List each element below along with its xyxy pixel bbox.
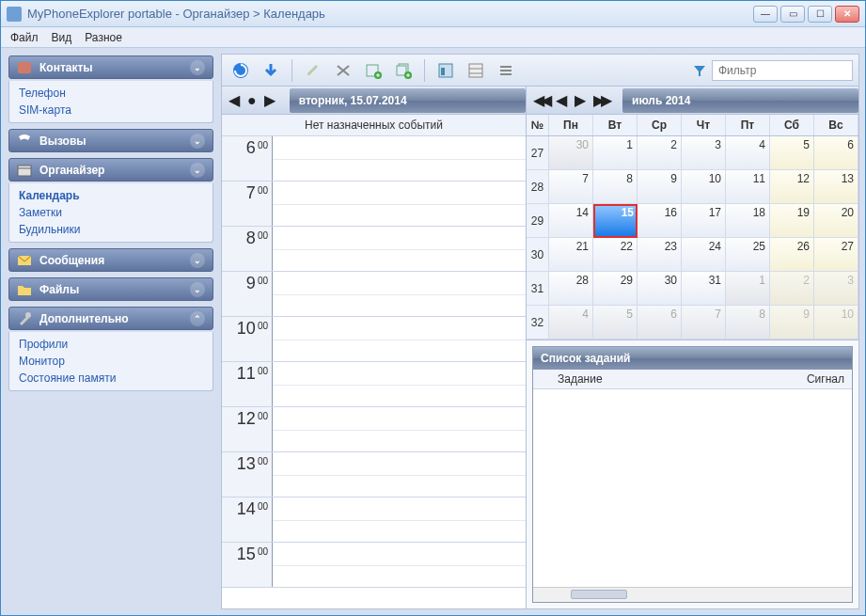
scrollbar-thumb[interactable] bbox=[571, 590, 627, 599]
calendar-day[interactable]: 4 bbox=[726, 136, 770, 170]
view-list-button[interactable] bbox=[493, 57, 519, 84]
hour-row[interactable]: 1100 bbox=[222, 362, 526, 407]
sidebar-item-alarms[interactable]: Будильники bbox=[19, 223, 203, 236]
delete-button[interactable] bbox=[330, 57, 356, 84]
calendar-day[interactable]: 17 bbox=[682, 204, 726, 238]
tasks-col-status[interactable] bbox=[533, 370, 550, 388]
calendar-day[interactable]: 3 bbox=[682, 136, 726, 170]
calendar-day[interactable]: 6 bbox=[638, 306, 682, 340]
calendar-day[interactable]: 10 bbox=[682, 170, 726, 204]
refresh-button[interactable] bbox=[228, 57, 254, 84]
menu-file[interactable]: Файл bbox=[10, 31, 39, 44]
calendar-day[interactable]: 8 bbox=[593, 170, 638, 204]
calendar-day[interactable]: 29 bbox=[593, 272, 638, 306]
sidebar-header-calls[interactable]: Вызовы ⌄ bbox=[8, 129, 213, 152]
menu-view[interactable]: Вид bbox=[52, 31, 72, 44]
calendar-day[interactable]: 4 bbox=[549, 306, 593, 340]
calendar-day-today[interactable]: 15 bbox=[593, 204, 638, 238]
hour-grid[interactable]: 600700800900100011001200130014001500 bbox=[222, 136, 526, 608]
sidebar-item-notes[interactable]: Заметки bbox=[19, 206, 203, 219]
hour-cell[interactable] bbox=[273, 452, 526, 497]
calendar-day[interactable]: 25 bbox=[726, 238, 770, 272]
sidebar-header-organizer[interactable]: Органайзер ⌄ bbox=[8, 158, 213, 182]
prev-day-button[interactable]: ◀ bbox=[226, 91, 243, 109]
sidebar-header-messages[interactable]: Сообщения ⌄ bbox=[8, 248, 213, 272]
calendar-day[interactable]: 6 bbox=[814, 136, 858, 170]
next-year-button[interactable]: ▶▶ bbox=[590, 91, 611, 109]
calendar-day[interactable]: 7 bbox=[549, 170, 593, 204]
calendar-day[interactable]: 9 bbox=[638, 170, 682, 204]
tasks-col-alarm[interactable]: Сигнал bbox=[786, 370, 852, 388]
calendar-day[interactable]: 5 bbox=[593, 306, 638, 340]
calendar-day[interactable]: 30 bbox=[549, 136, 593, 170]
tasks-body[interactable] bbox=[533, 389, 852, 587]
next-month-button[interactable]: ▶ bbox=[572, 91, 589, 109]
minimize-button[interactable]: — bbox=[753, 6, 778, 23]
hour-row[interactable]: 1000 bbox=[222, 317, 526, 362]
add-event-button[interactable] bbox=[360, 57, 386, 84]
hour-cell[interactable] bbox=[273, 407, 526, 451]
tasks-col-task[interactable]: Задание bbox=[550, 370, 786, 388]
sidebar-item-calendar[interactable]: Календарь bbox=[19, 189, 203, 202]
sidebar-header-files[interactable]: Файлы ⌄ bbox=[8, 277, 213, 301]
hour-row[interactable]: 600 bbox=[222, 136, 526, 182]
hour-row[interactable]: 1500 bbox=[222, 543, 526, 588]
today-button[interactable]: ● bbox=[244, 92, 260, 109]
edit-button[interactable] bbox=[300, 57, 326, 84]
sidebar-item-monitor[interactable]: Монитор bbox=[19, 355, 203, 368]
calendar-day[interactable]: 23 bbox=[638, 238, 682, 272]
hour-cell[interactable] bbox=[273, 227, 526, 271]
add-multi-button[interactable] bbox=[390, 57, 417, 84]
calendar-day[interactable]: 20 bbox=[814, 204, 858, 238]
prev-year-button[interactable]: ◀◀ bbox=[530, 91, 551, 109]
calendar-day[interactable]: 2 bbox=[770, 272, 814, 306]
tasks-horizontal-scrollbar[interactable] bbox=[533, 587, 852, 602]
hour-row[interactable]: 900 bbox=[222, 272, 526, 317]
sidebar-item-phone[interactable]: Телефон bbox=[19, 87, 203, 100]
calendar-day[interactable]: 2 bbox=[638, 136, 682, 170]
hour-cell[interactable] bbox=[273, 317, 526, 361]
calendar-day[interactable]: 26 bbox=[770, 238, 814, 272]
next-day-button[interactable]: ▶ bbox=[261, 91, 278, 109]
calendar-day[interactable]: 9 bbox=[770, 306, 814, 340]
calendar-day[interactable]: 8 bbox=[726, 306, 770, 340]
calendar-day[interactable]: 18 bbox=[726, 204, 770, 238]
calendar-day[interactable]: 12 bbox=[770, 170, 814, 204]
hour-cell[interactable] bbox=[273, 182, 526, 226]
maximize-button[interactable]: ☐ bbox=[808, 6, 832, 23]
hour-cell[interactable] bbox=[273, 543, 526, 587]
hour-cell[interactable] bbox=[273, 498, 526, 542]
calendar-day[interactable]: 13 bbox=[814, 170, 858, 204]
calendar-day[interactable]: 27 bbox=[814, 238, 858, 272]
calendar-day[interactable]: 1 bbox=[726, 272, 770, 306]
calendar-day[interactable]: 11 bbox=[726, 170, 770, 204]
calendar-day[interactable]: 3 bbox=[814, 272, 858, 306]
calendar-day[interactable]: 30 bbox=[638, 272, 682, 306]
calendar-day[interactable]: 7 bbox=[682, 306, 726, 340]
calendar-day[interactable]: 14 bbox=[549, 204, 593, 238]
calendar-day[interactable]: 21 bbox=[549, 238, 593, 272]
menu-other[interactable]: Разное bbox=[85, 31, 122, 44]
hour-row[interactable]: 1300 bbox=[222, 452, 526, 498]
sidebar-header-contacts[interactable]: Контакты ⌄ bbox=[8, 55, 213, 79]
restore-button[interactable]: ▭ bbox=[780, 6, 805, 23]
hour-row[interactable]: 800 bbox=[222, 227, 526, 272]
view-week-button[interactable] bbox=[463, 57, 489, 84]
calendar-day[interactable]: 31 bbox=[682, 272, 726, 306]
hour-cell[interactable] bbox=[273, 272, 526, 316]
view-day-button[interactable] bbox=[433, 57, 459, 84]
calendar-day[interactable]: 10 bbox=[814, 306, 858, 340]
filter-input[interactable] bbox=[712, 60, 853, 81]
sidebar-item-memory[interactable]: Состояние памяти bbox=[19, 371, 203, 385]
calendar-day[interactable]: 24 bbox=[682, 238, 726, 272]
close-button[interactable]: ✕ bbox=[835, 6, 859, 23]
calendar-day[interactable]: 19 bbox=[770, 204, 814, 238]
calendar-day[interactable]: 5 bbox=[770, 136, 814, 170]
hour-cell[interactable] bbox=[273, 362, 526, 406]
sidebar-item-sim[interactable]: SIM-карта bbox=[19, 103, 203, 117]
sidebar-header-extra[interactable]: Дополнительно ⌃ bbox=[8, 307, 213, 330]
prev-month-button[interactable]: ◀ bbox=[553, 91, 570, 109]
calendar-day[interactable]: 28 bbox=[549, 272, 593, 306]
hour-cell[interactable] bbox=[273, 136, 526, 181]
calendar-day[interactable]: 1 bbox=[593, 136, 638, 170]
